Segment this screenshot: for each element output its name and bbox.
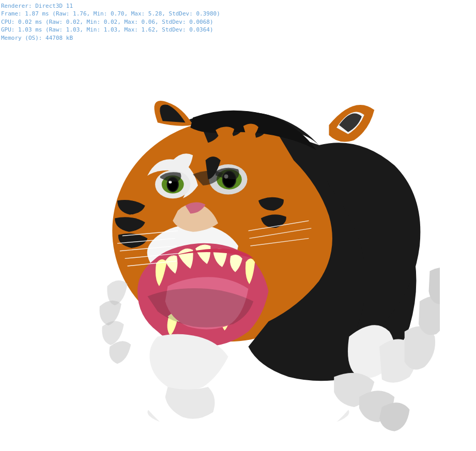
memory-line: Memory (OS): 44708 kB [1,34,220,42]
cpu-line: CPU: 0.02 ms (Raw: 0.02, Min: 0.02, Max:… [1,18,220,26]
renderer-line: Renderer: Direct3D 11 [1,2,220,10]
gpu-line: GPU: 1.03 ms (Raw: 1.03, Min: 1.03, Max:… [1,26,220,34]
debug-overlay: Renderer: Direct3D 11 Frame: 1.87 ms (Ra… [1,2,220,42]
frame-line: Frame: 1.87 ms (Raw: 1.76, Min: 0.70, Ma… [1,10,220,18]
tiger-image [37,44,440,447]
